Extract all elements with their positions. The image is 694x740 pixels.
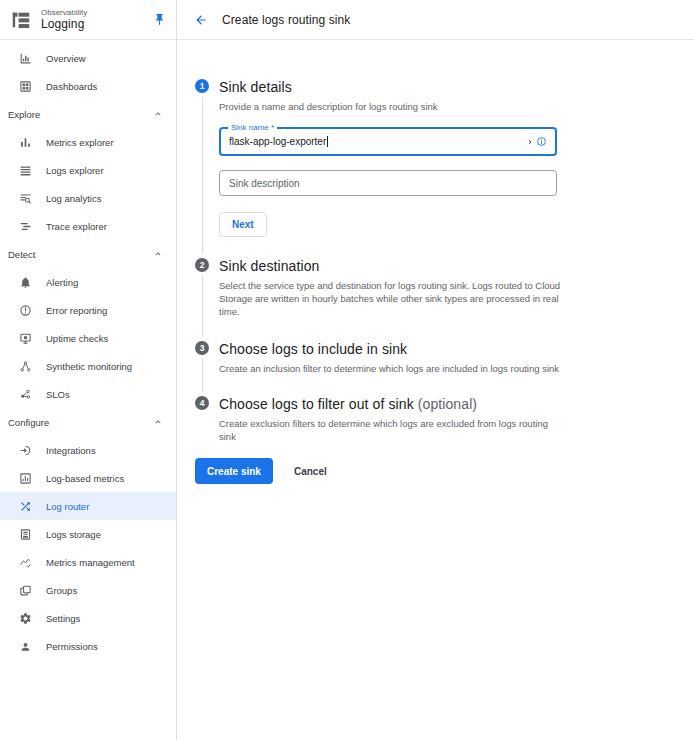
back-arrow-icon[interactable] (194, 13, 208, 27)
chevron-up-icon (153, 249, 163, 259)
sidebar-section-detect[interactable]: Detect (0, 240, 176, 268)
sidebar-item-groups[interactable]: Groups (0, 576, 176, 604)
sidebar-item-label: Alerting (46, 277, 78, 288)
sidebar-item-label: Permissions (46, 641, 98, 652)
sidebar-item-metrics-explorer[interactable]: Metrics explorer (0, 128, 176, 156)
sidebar-item-label: Log analytics (46, 193, 101, 204)
cancel-button[interactable]: Cancel (294, 466, 327, 477)
sidebar-item-log-based-metrics[interactable]: Log-based metrics (0, 464, 176, 492)
page-header: Create logs routing sink (177, 0, 694, 40)
step-1-indicator: 1 (195, 79, 209, 93)
sidebar-item-label: Uptime checks (46, 333, 108, 344)
sink-name-value: flask-app-log-exporter (229, 136, 326, 147)
sidebar-item-label: Metrics explorer (46, 137, 114, 148)
sidebar-item-label: Metrics management (46, 557, 135, 568)
pin-icon[interactable] (153, 13, 166, 26)
sidebar-item-label: Groups (46, 585, 77, 596)
sidebar-item-label: Logs explorer (46, 165, 104, 176)
permissions-icon (19, 640, 32, 653)
sidebar-item-label: Log-based metrics (46, 473, 124, 484)
chevron-right-icon[interactable] (526, 138, 534, 146)
sidebar-item-integrations[interactable]: Integrations (0, 436, 176, 464)
chevron-up-icon (153, 109, 163, 119)
section-label: Explore (8, 109, 40, 120)
optional-tag: (optional) (418, 396, 477, 412)
create-sink-button[interactable]: Create sink (195, 458, 273, 484)
synthetic-monitoring-icon (19, 360, 32, 373)
page-title: Create logs routing sink (222, 13, 350, 27)
uptime-checks-icon (19, 332, 32, 345)
dashboards-icon (19, 80, 32, 93)
product-name: Logging (41, 17, 87, 31)
sidebar-item-slos[interactable]: SLOs (0, 380, 176, 408)
sidebar-item-overview[interactable]: Overview (0, 44, 176, 72)
logs-explorer-icon (19, 164, 32, 177)
sidebar-item-permissions[interactable]: Permissions (0, 632, 176, 660)
info-icon[interactable] (536, 136, 547, 147)
sidebar-item-log-router[interactable]: Log router (0, 492, 176, 520)
sidebar-item-logs-explorer[interactable]: Logs explorer (0, 156, 176, 184)
sidebar-item-label: Integrations (46, 445, 96, 456)
overview-icon (19, 52, 32, 65)
sink-name-input[interactable]: Sink name * flask-app-log-exporter (219, 127, 557, 156)
sidebar-item-trace-explorer[interactable]: Trace explorer (0, 212, 176, 240)
sidebar-header: Observability Logging (0, 0, 176, 40)
step-3-description: Create an inclusion filter to determine … (219, 362, 563, 375)
sidebar-item-label: Logs storage (46, 529, 101, 540)
metrics-management-icon (19, 556, 32, 569)
log-analytics-icon (19, 192, 32, 205)
sidebar-item-label: Overview (46, 53, 86, 64)
sidebar-item-synthetic-monitoring[interactable]: Synthetic monitoring (0, 352, 176, 380)
step-2-description: Select the service type and destination … (219, 279, 563, 318)
sidebar-section-explore[interactable]: Explore (0, 100, 176, 128)
step-exclude-logs: 4 Choose logs to filter out of sink (opt… (195, 396, 674, 445)
sidebar-item-label: Dashboards (46, 81, 97, 92)
sink-description-input[interactable] (219, 170, 557, 196)
sink-name-label: Sink name * (228, 123, 277, 132)
log-based-metrics-icon (19, 472, 32, 485)
next-button[interactable]: Next (219, 212, 267, 237)
step-4-description: Create exclusion filters to determine wh… (219, 417, 563, 443)
log-router-icon (19, 500, 32, 513)
step-4-indicator: 4 (195, 396, 209, 410)
metrics-explorer-icon (19, 136, 32, 149)
step-4-title: Choose logs to filter out of sink (optio… (219, 396, 563, 412)
sidebar-item-uptime-checks[interactable]: Uptime checks (0, 324, 176, 352)
step-1-title: Sink details (219, 79, 563, 95)
alerting-icon (19, 276, 32, 289)
app-window: Observability Logging OverviewDashboards… (0, 0, 694, 740)
sidebar-item-dashboards[interactable]: Dashboards (0, 72, 176, 100)
product-eyebrow: Observability (41, 8, 87, 18)
sidebar-item-settings[interactable]: Settings (0, 604, 176, 632)
sidebar-nav: OverviewDashboardsExploreMetrics explore… (0, 40, 176, 660)
stepper-content: 1 Sink details Provide a name and descri… (177, 40, 694, 484)
settings-icon (19, 612, 32, 625)
step-sink-details: 1 Sink details Provide a name and descri… (195, 79, 674, 258)
step-2-title: Sink destination (219, 258, 563, 274)
sidebar: Observability Logging OverviewDashboards… (0, 0, 177, 740)
sidebar-item-logs-storage[interactable]: Logs storage (0, 520, 176, 548)
text-caret (327, 136, 328, 147)
logging-logo-icon (10, 9, 32, 31)
step-2-indicator: 2 (195, 258, 209, 272)
sidebar-section-configure[interactable]: Configure (0, 408, 176, 436)
error-reporting-icon (19, 304, 32, 317)
step-connector (202, 276, 203, 337)
trace-explorer-icon (19, 220, 32, 233)
step-connector (202, 359, 203, 392)
groups-icon (19, 584, 32, 597)
step-connector (202, 97, 203, 254)
sidebar-item-log-analytics[interactable]: Log analytics (0, 184, 176, 212)
sidebar-item-metrics-management[interactable]: Metrics management (0, 548, 176, 576)
step-3-title: Choose logs to include in sink (219, 341, 563, 357)
sidebar-item-alerting[interactable]: Alerting (0, 268, 176, 296)
slos-icon (19, 388, 32, 401)
sidebar-item-error-reporting[interactable]: Error reporting (0, 296, 176, 324)
step-sink-destination: 2 Sink destination Select the service ty… (195, 258, 674, 341)
sidebar-item-label: Synthetic monitoring (46, 361, 132, 372)
step-3-indicator: 3 (195, 341, 209, 355)
logs-storage-icon (19, 528, 32, 541)
step-1-description: Provide a name and description for logs … (219, 100, 563, 113)
sidebar-item-label: SLOs (46, 389, 70, 400)
section-label: Configure (8, 417, 49, 428)
